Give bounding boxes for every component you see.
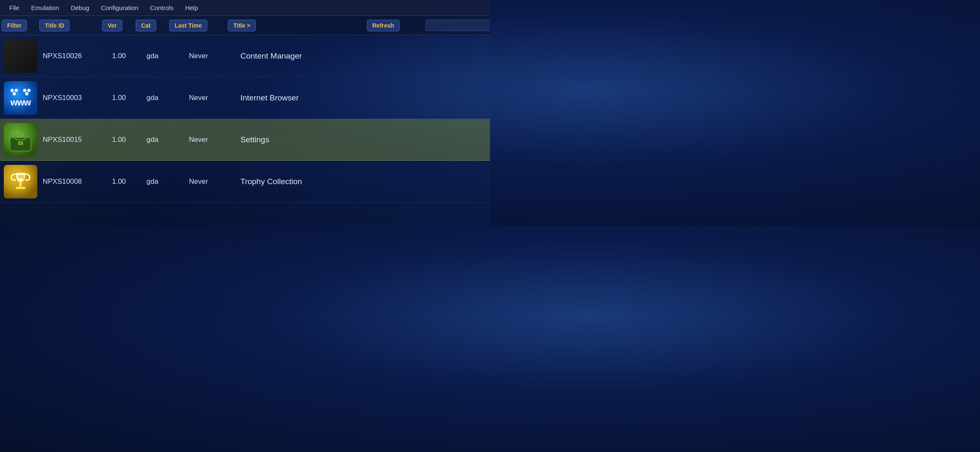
cell-cat: gda bbox=[136, 94, 169, 102]
table-row[interactable]: NPXS10015 1.00 gda Never Settings bbox=[0, 119, 490, 161]
cell-lasttime: Never bbox=[169, 177, 228, 186]
svg-rect-25 bbox=[19, 182, 22, 187]
cell-titleid: NPXS10008 bbox=[39, 177, 102, 186]
cell-cat: gda bbox=[136, 136, 169, 144]
svg-rect-3 bbox=[12, 55, 13, 59]
app-icon-trophy: PS bbox=[2, 165, 39, 198]
svg-text:PS: PS bbox=[29, 56, 33, 59]
cell-cat: gda bbox=[136, 177, 169, 186]
titleid-sort-button[interactable]: Title ID bbox=[39, 20, 70, 31]
cell-title: Internet Browser bbox=[228, 93, 488, 103]
svg-point-1 bbox=[9, 55, 15, 62]
cell-ver: 1.00 bbox=[102, 136, 136, 144]
icon-browser: www bbox=[4, 81, 37, 115]
cell-titleid: NPXS10015 bbox=[39, 136, 102, 144]
refresh-button-container: Refresh bbox=[367, 20, 426, 31]
lasttime-header: Last Time bbox=[169, 20, 228, 31]
title-header: Title > bbox=[228, 20, 367, 31]
cell-cat: gda bbox=[136, 52, 169, 60]
cell-lasttime: Never bbox=[169, 52, 228, 60]
cell-lasttime: Never bbox=[169, 136, 228, 144]
cell-ver: 1.00 bbox=[102, 94, 136, 102]
titleid-header: Title ID bbox=[39, 20, 102, 31]
cell-titleid: NPXS10003 bbox=[39, 94, 102, 102]
cell-title: Trophy Collection bbox=[228, 177, 488, 186]
icon-settings bbox=[4, 123, 37, 157]
svg-point-5 bbox=[18, 56, 21, 59]
filter-button[interactable]: Filter bbox=[2, 20, 27, 31]
filter-button-container: Filter bbox=[2, 20, 39, 31]
menu-configuration[interactable]: Configuration bbox=[95, 2, 144, 14]
cat-sort-button[interactable]: Cat bbox=[136, 20, 156, 31]
menu-emulation[interactable]: Emulation bbox=[25, 2, 65, 14]
svg-rect-2 bbox=[10, 56, 14, 57]
table-row[interactable]: PS NPXS10008 1.00 gda Never Trophy Colle… bbox=[0, 161, 490, 203]
menu-file[interactable]: File bbox=[3, 2, 25, 14]
cell-lasttime: Never bbox=[169, 94, 228, 102]
menu-controls[interactable]: Controls bbox=[144, 2, 179, 14]
ver-sort-button[interactable]: Ver bbox=[102, 20, 122, 31]
search-input[interactable] bbox=[426, 20, 490, 31]
svg-text:♪: ♪ bbox=[25, 55, 28, 62]
menu-debug[interactable]: Debug bbox=[65, 2, 95, 14]
search-box-container bbox=[426, 20, 488, 31]
app-icon-browser: www bbox=[2, 81, 39, 115]
svg-point-16 bbox=[25, 92, 28, 95]
cell-title: Settings bbox=[228, 135, 488, 144]
svg-rect-4 bbox=[16, 55, 22, 60]
svg-point-14 bbox=[23, 89, 26, 92]
svg-text:www: www bbox=[10, 97, 31, 108]
svg-rect-26 bbox=[15, 187, 26, 189]
cell-title: Content Manager bbox=[228, 51, 488, 61]
svg-rect-23 bbox=[19, 143, 22, 144]
table-header: Filter Title ID Ver Cat Last Time Title … bbox=[0, 16, 490, 35]
svg-rect-8 bbox=[28, 55, 33, 59]
cat-header: Cat bbox=[136, 20, 169, 31]
app-icon-content-manager: ♪ PS bbox=[2, 39, 39, 73]
icon-trophy: PS bbox=[4, 165, 37, 198]
menu-help[interactable]: Help bbox=[179, 2, 204, 14]
ver-header: Ver bbox=[102, 20, 136, 31]
icon-content-manager: ♪ PS bbox=[4, 39, 37, 73]
refresh-button[interactable]: Refresh bbox=[367, 20, 400, 31]
game-list: ♪ PS NPXS10026 1.00 gda Never Content Ma… bbox=[0, 35, 490, 203]
title-sort-button[interactable]: Title > bbox=[228, 20, 256, 31]
svg-point-11 bbox=[10, 89, 14, 92]
table-row[interactable]: ♪ PS NPXS10026 1.00 gda Never Content Ma… bbox=[0, 35, 490, 77]
svg-point-15 bbox=[27, 89, 31, 92]
cell-titleid: NPXS10026 bbox=[39, 52, 102, 60]
cell-ver: 1.00 bbox=[102, 52, 136, 60]
table-row[interactable]: www NPXS10003 1.00 gda Never Internet Br… bbox=[0, 77, 490, 119]
svg-text:PS: PS bbox=[18, 175, 24, 180]
svg-point-13 bbox=[13, 92, 16, 95]
svg-rect-6 bbox=[18, 54, 20, 56]
app-icon-settings bbox=[2, 123, 39, 157]
lasttime-sort-button[interactable]: Last Time bbox=[169, 20, 207, 31]
cell-ver: 1.00 bbox=[102, 177, 136, 186]
menu-bar: File Emulation Debug Configuration Contr… bbox=[0, 0, 490, 16]
svg-rect-0 bbox=[4, 39, 37, 73]
svg-point-12 bbox=[15, 89, 18, 92]
